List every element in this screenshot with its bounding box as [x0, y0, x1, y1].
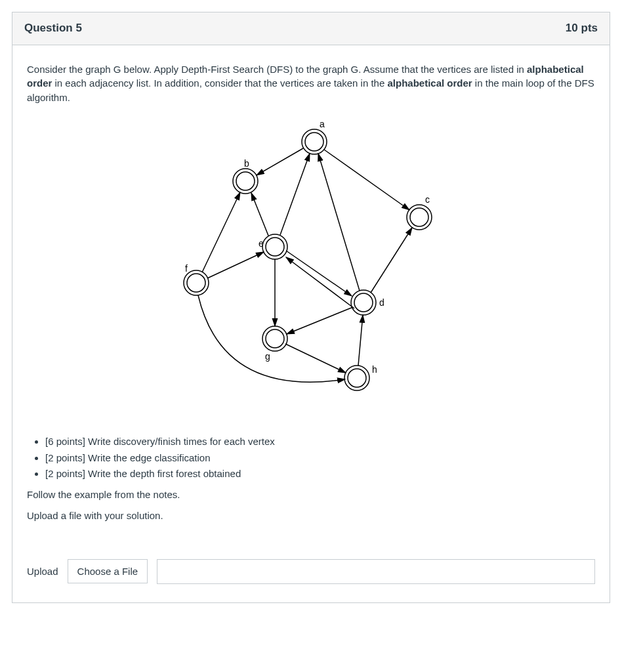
node-d-label: d	[379, 297, 384, 308]
svg-line-11	[287, 307, 353, 334]
svg-line-12	[285, 344, 346, 373]
svg-line-2	[257, 148, 303, 175]
svg-line-13	[358, 315, 363, 366]
svg-point-21	[354, 293, 373, 312]
node-e-label: e	[259, 238, 264, 249]
svg-line-3	[324, 150, 409, 210]
svg-line-9	[207, 252, 264, 278]
svg-line-4	[318, 154, 360, 291]
node-g-label: g	[265, 351, 270, 362]
file-display-slot	[157, 559, 595, 584]
prompt-seg-1: Consider the graph G below. Apply Depth-…	[27, 64, 527, 75]
list-item: [2 points] Write the edge classification	[45, 451, 595, 465]
node-f-label: f	[185, 263, 188, 274]
svg-line-5	[371, 228, 412, 293]
prompt-seg-2: in each adjacency list. In addition, con…	[52, 77, 387, 89]
svg-line-7	[286, 257, 354, 308]
node-b: b	[233, 158, 258, 194]
node-a-label: a	[320, 119, 325, 129]
svg-point-15	[305, 133, 323, 151]
svg-line-0	[280, 154, 310, 235]
node-f: f	[184, 263, 209, 295]
node-g: g	[262, 326, 287, 362]
node-h-label: h	[372, 364, 377, 375]
node-c: c	[407, 194, 432, 230]
graph-svg: a b c d	[160, 116, 462, 417]
question-title: Question 5	[24, 20, 82, 37]
list-item: [6 points] Write discovery/finish times …	[45, 434, 595, 449]
node-h: h	[344, 364, 377, 390]
question-prompt: Consider the graph G below. Apply Depth-…	[27, 62, 595, 105]
svg-point-17	[236, 172, 255, 190]
question-points: 10 pts	[566, 20, 598, 37]
upload-row: Upload Choose a File	[27, 559, 595, 584]
node-b-label: b	[244, 158, 249, 169]
node-a: a	[302, 119, 327, 154]
graph-image: a b c d	[27, 109, 595, 430]
question-body: Consider the graph G below. Apply Depth-…	[12, 45, 610, 602]
prompt-bold-2: alphabetical order	[387, 77, 472, 89]
svg-point-27	[266, 329, 284, 348]
follow-notes-text: Follow the example from the notes.	[27, 488, 595, 502]
svg-point-25	[187, 274, 205, 292]
svg-line-6	[286, 251, 352, 296]
upload-instruction-text: Upload a file with your solution.	[27, 509, 595, 523]
task-list: [6 points] Write discovery/finish times …	[27, 434, 595, 481]
svg-line-1	[251, 193, 268, 236]
node-c-label: c	[425, 194, 430, 205]
svg-point-29	[348, 369, 366, 387]
choose-file-button[interactable]: Choose a File	[68, 559, 148, 583]
upload-label: Upload	[27, 564, 58, 579]
node-e: e	[259, 234, 287, 259]
svg-point-23	[266, 238, 284, 256]
svg-point-19	[410, 208, 428, 226]
question-card: Question 5 10 pts Consider the graph G b…	[12, 12, 610, 603]
question-header: Question 5 10 pts	[12, 12, 610, 45]
node-d: d	[351, 290, 384, 315]
list-item: [2 points] Write the depth first forest …	[45, 467, 595, 481]
svg-line-8	[202, 192, 240, 272]
